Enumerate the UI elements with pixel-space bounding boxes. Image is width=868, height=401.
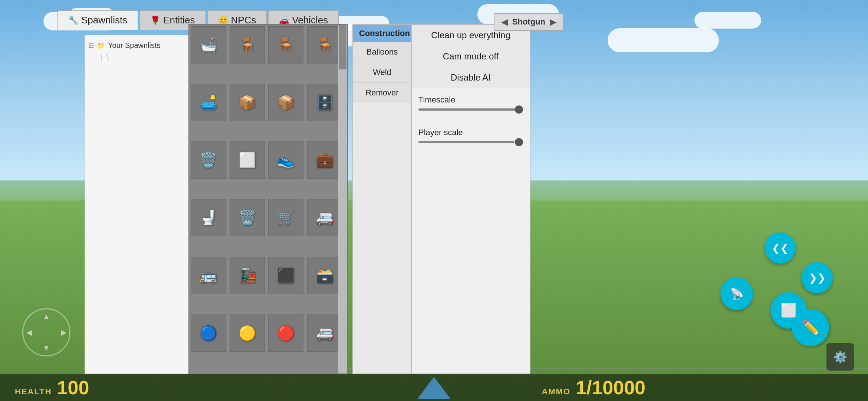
- joystick-up-arrow: ▲: [43, 312, 50, 321]
- office-chair-dark-icon: 🪑: [316, 37, 333, 53]
- ammo-label: AMMO: [542, 387, 571, 397]
- aim-button[interactable]: 📡: [720, 277, 753, 310]
- shotgun-arrow-right[interactable]: ▶: [550, 17, 556, 27]
- joystick-down-arrow: ▼: [43, 344, 50, 352]
- player-scale-fill: [418, 141, 514, 143]
- settings-button[interactable]: ⚙️: [826, 343, 854, 371]
- joystick-ring[interactable]: ▲ ▼ ◀ ▶: [22, 308, 70, 356]
- player-scale-label: Player scale: [418, 128, 523, 137]
- bathtub-icon: 🛁: [200, 37, 217, 53]
- item-train[interactable]: 🚂: [230, 257, 265, 294]
- item-crate-open[interactable]: 🗃️: [307, 257, 342, 294]
- health-value: 100: [57, 378, 89, 397]
- scrollbar-thumb[interactable]: [339, 25, 346, 69]
- barrel-red-icon: 🔴: [277, 325, 295, 341]
- trash-can-icon: 🗑️: [239, 209, 256, 226]
- shotgun-ui: ◀ Shotgun ▶: [494, 13, 564, 31]
- item-dumpster[interactable]: 🗑️: [191, 141, 226, 179]
- timescale-track[interactable]: [418, 108, 523, 111]
- item-bathtub[interactable]: 🛁: [191, 26, 226, 63]
- disable-ai-button[interactable]: Disable AI: [412, 67, 530, 88]
- balloons-button[interactable]: Balloons: [353, 42, 411, 62]
- cloud-6: [608, 28, 719, 52]
- hud-bottom: HEALTH 100 AMMO 1/10000: [0, 374, 868, 401]
- up-arrows-icon: ❮❮: [772, 242, 789, 254]
- up-arrows-button[interactable]: ❮❮: [765, 232, 796, 264]
- dumpster-icon: 🗑️: [200, 152, 217, 168]
- joystick-right-arrow: ▶: [61, 328, 66, 337]
- wooden-chair-icon: 🪑: [239, 37, 256, 53]
- file-icon: 📄: [100, 54, 108, 61]
- item-flat-boat[interactable]: ⬛: [268, 257, 303, 294]
- construction-panel: Construction Balloons Weld Remover: [352, 24, 412, 374]
- item-wooden-crate-small[interactable]: 📦: [268, 84, 303, 121]
- construction-tab-label: Construction: [359, 29, 410, 38]
- disable-ai-label: Disable AI: [451, 72, 491, 82]
- item-barrel-red[interactable]: 🔴: [268, 314, 303, 352]
- weld-label: Weld: [373, 68, 391, 77]
- item-office-chair-dark[interactable]: 🪑: [307, 26, 342, 63]
- item-camper[interactable]: 🚐: [307, 314, 342, 352]
- weld-button[interactable]: Weld: [353, 62, 411, 83]
- spawnlists-panel: ⊟ 📁 Your Spawnlists 📄: [85, 35, 192, 374]
- item-small-van[interactable]: 🚐: [307, 199, 342, 236]
- item-metal-frame[interactable]: ⬜: [230, 141, 265, 179]
- balloons-label: Balloons: [366, 47, 398, 56]
- tab-spawnlists[interactable]: 🔧 Spawnlists: [57, 10, 138, 30]
- health-label: HEALTH: [15, 387, 52, 397]
- item-toilet[interactable]: 🚽: [191, 199, 226, 236]
- tab-spawnlists-label: Spawnlists: [81, 14, 127, 26]
- small-van-icon: 🚐: [316, 209, 333, 226]
- remover-button[interactable]: Remover: [353, 83, 411, 103]
- center-shape: [417, 377, 451, 399]
- spawnlists-folder-label: Your Spawnlists: [108, 41, 161, 50]
- tree-item-spawnlists[interactable]: ⊟ 📁 Your Spawnlists: [88, 40, 188, 51]
- item-briefcase[interactable]: 💼: [307, 141, 342, 179]
- items-panel: 🛁🪑🪑🪑🛋️📦📦🗄️🗑️⬜👟💼🚽🗑️🛒🚐🚌🚂⬛🗃️🔵🟡🔴🚐: [188, 24, 348, 374]
- hud-health: HEALTH 100: [15, 378, 89, 397]
- cart-icon: 🛒: [277, 209, 295, 226]
- item-trash-can[interactable]: 🗑️: [230, 199, 265, 236]
- items-scrollbar[interactable]: [338, 25, 347, 374]
- crate-open-icon: 🗃️: [316, 267, 333, 284]
- timescale-thumb[interactable]: [515, 105, 523, 114]
- sofa-icon: 🛋️: [200, 94, 217, 111]
- timescale-label: Timescale: [418, 95, 523, 105]
- shotgun-arrow-left[interactable]: ◀: [501, 17, 508, 27]
- player-scale-section: Player scale: [412, 121, 530, 154]
- spawnlists-tree: ⊟ 📁 Your Spawnlists 📄: [85, 35, 191, 66]
- controls-panel: Clean up everything Cam mode off Disable…: [412, 24, 530, 374]
- item-bus[interactable]: 🚌: [191, 257, 226, 294]
- item-sofa[interactable]: 🛋️: [191, 84, 226, 121]
- joystick-left[interactable]: ▲ ▼ ◀ ▶: [22, 308, 70, 356]
- spawnlists-icon: 🔧: [68, 16, 78, 25]
- timescale-fill: [418, 108, 518, 111]
- item-barrel-yellow[interactable]: 🟡: [230, 314, 265, 352]
- camper-icon: 🚐: [316, 325, 333, 341]
- bus-icon: 🚌: [200, 267, 217, 284]
- ammo-value: 1/10000: [576, 376, 645, 399]
- down-arrows-button[interactable]: ❯❯: [802, 262, 833, 293]
- shotgun-name: Shotgun: [512, 17, 545, 27]
- cloud-7: [694, 12, 761, 29]
- briefcase-icon: 💼: [316, 152, 333, 168]
- flat-boat-icon: ⬛: [277, 267, 295, 284]
- metal-frame-icon: ⬜: [239, 152, 256, 168]
- timescale-section: Timescale: [412, 88, 530, 121]
- down-arrows-icon: ❯❯: [809, 272, 826, 284]
- item-wooden-chair[interactable]: 🪑: [230, 26, 265, 63]
- construction-tab[interactable]: Construction: [353, 25, 411, 42]
- item-fridge[interactable]: 🗄️: [307, 84, 342, 121]
- cam-mode-label: Cam mode off: [443, 51, 499, 61]
- item-wooden-crate-large[interactable]: 📦: [230, 84, 265, 121]
- hud-ammo: AMMO 1/10000: [542, 376, 645, 399]
- fridge-icon: 🗄️: [316, 94, 333, 111]
- vehicles-icon: 🚗: [279, 16, 289, 25]
- item-office-chair-yellow[interactable]: 🪑: [268, 26, 303, 63]
- player-scale-track[interactable]: [418, 141, 523, 143]
- item-boot[interactable]: 👟: [268, 141, 303, 179]
- cam-mode-button[interactable]: Cam mode off: [412, 46, 530, 67]
- player-scale-thumb[interactable]: [515, 138, 523, 146]
- item-cart[interactable]: 🛒: [268, 199, 303, 236]
- item-barrel-blue[interactable]: 🔵: [191, 314, 226, 352]
